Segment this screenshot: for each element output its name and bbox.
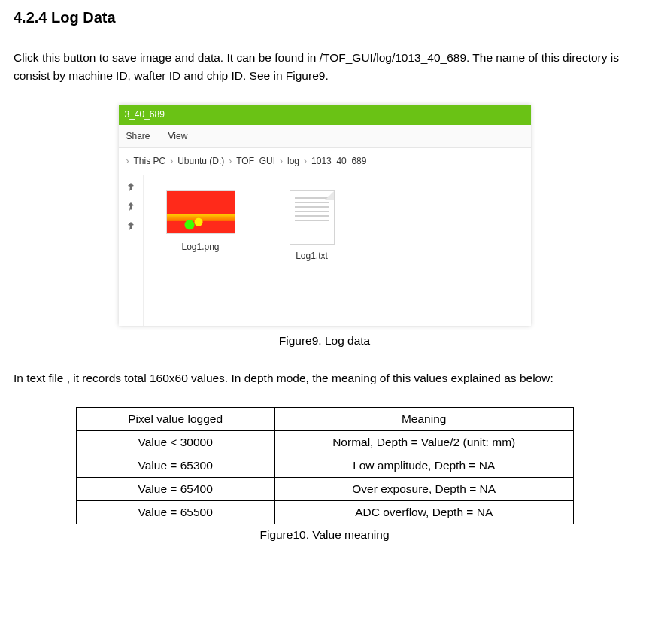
table-row: Value < 30000 Normal, Depth = Value/2 (u… bbox=[76, 430, 573, 454]
table-row: Value = 65500 ADC overflow, Depth = NA bbox=[76, 500, 573, 524]
pin-icon bbox=[126, 222, 135, 231]
file-item-png[interactable]: Log1.png bbox=[163, 190, 238, 254]
pin-icon bbox=[126, 202, 135, 211]
intro-paragraph: Click this button to save image and data… bbox=[14, 49, 635, 85]
ribbon-tabs: Share View bbox=[119, 125, 531, 149]
table-header: Pixel value logged bbox=[76, 407, 274, 430]
table-row: Pixel value logged Meaning bbox=[76, 407, 573, 430]
table-cell: Over exposure, Depth = NA bbox=[274, 477, 573, 500]
table-cell: Normal, Depth = Value/2 (unit: mm) bbox=[274, 430, 573, 454]
chevron-right-icon: › bbox=[280, 154, 283, 169]
file-item-txt[interactable]: Log1.txt bbox=[274, 190, 350, 263]
chevron-right-icon: › bbox=[229, 154, 232, 169]
figure9: 3_40_689 Share View › This PC › Ubuntu (… bbox=[14, 105, 635, 350]
path-segment[interactable]: 1013_40_689 bbox=[311, 154, 366, 169]
path-segment[interactable]: Ubuntu (D:) bbox=[177, 154, 224, 169]
folder-content: Log1.png Log1.txt bbox=[144, 175, 531, 326]
table-header: Meaning bbox=[274, 407, 573, 430]
address-bar[interactable]: › This PC › Ubuntu (D:) › TOF_GUI › log … bbox=[119, 148, 531, 175]
image-thumbnail-icon bbox=[166, 190, 235, 234]
tab-share[interactable]: Share bbox=[126, 129, 150, 144]
figure10-caption: Figure10. Value meaning bbox=[76, 526, 574, 544]
section-heading: 4.2.4 Log Data bbox=[14, 6, 635, 29]
chevron-right-icon: › bbox=[304, 154, 307, 169]
quick-access-sidebar bbox=[119, 175, 144, 326]
table-row: Value = 65300 Low amplitude, Depth = NA bbox=[76, 454, 573, 477]
table-row: Value = 65400 Over exposure, Depth = NA bbox=[76, 477, 573, 500]
figure9-caption: Figure9. Log data bbox=[14, 332, 635, 350]
window-title: 3_40_689 bbox=[119, 105, 531, 125]
path-segment[interactable]: This PC bbox=[134, 154, 166, 169]
paragraph-2: In text file , it records total 160x60 v… bbox=[14, 369, 635, 387]
pin-icon bbox=[126, 183, 135, 192]
file-label: Log1.txt bbox=[274, 249, 350, 263]
table-cell: Value < 30000 bbox=[76, 430, 274, 454]
file-label: Log1.png bbox=[163, 240, 238, 254]
table-cell: Value = 65300 bbox=[76, 454, 274, 477]
table-cell: Low amplitude, Depth = NA bbox=[274, 454, 573, 477]
table-cell: ADC overflow, Depth = NA bbox=[274, 500, 573, 524]
tab-view[interactable]: View bbox=[168, 129, 188, 144]
table-cell: Value = 65500 bbox=[76, 500, 274, 524]
path-segment[interactable]: log bbox=[287, 154, 299, 169]
figure10: Pixel value logged Meaning Value < 30000… bbox=[76, 407, 574, 544]
chevron-right-icon: › bbox=[170, 154, 173, 169]
table-cell: Value = 65400 bbox=[76, 477, 274, 500]
text-file-icon bbox=[290, 190, 335, 245]
path-segment[interactable]: TOF_GUI bbox=[236, 154, 275, 169]
chevron-right-icon: › bbox=[126, 154, 129, 169]
file-explorer-window: 3_40_689 Share View › This PC › Ubuntu (… bbox=[119, 105, 531, 326]
value-meaning-table: Pixel value logged Meaning Value < 30000… bbox=[76, 407, 574, 524]
